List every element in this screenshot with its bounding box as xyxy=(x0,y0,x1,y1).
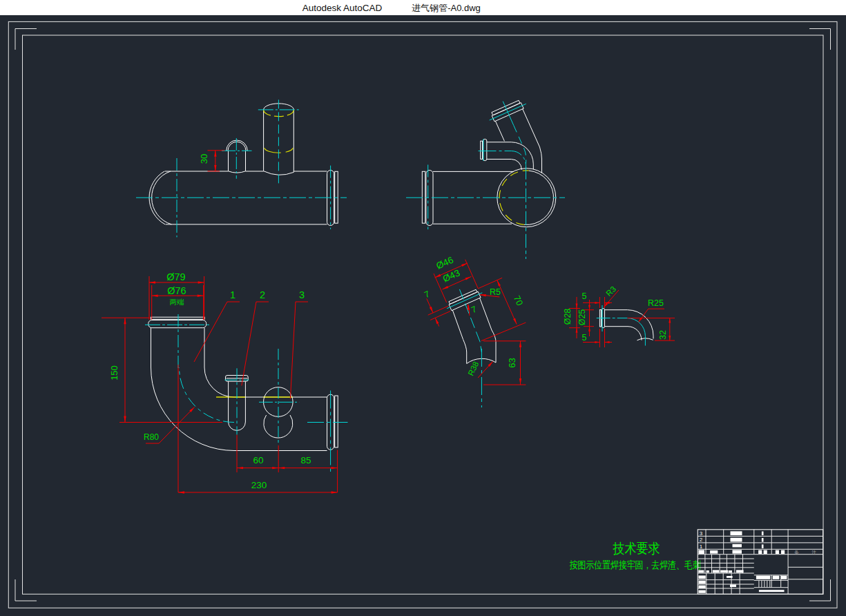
svg-text:2: 2 xyxy=(260,289,265,300)
svg-text:3: 3 xyxy=(299,289,305,300)
svg-text:30: 30 xyxy=(199,154,209,164)
svg-text:3: 3 xyxy=(700,530,703,537)
svg-text:R5: R5 xyxy=(490,287,501,297)
svg-text:备: 备 xyxy=(794,550,799,555)
svg-text:85: 85 xyxy=(300,455,311,465)
svg-text:R80: R80 xyxy=(144,432,159,442)
svg-text:150: 150 xyxy=(109,365,119,381)
svg-text:32: 32 xyxy=(658,330,668,340)
svg-text:Ø79: Ø79 xyxy=(166,271,185,282)
svg-text:技术要求: 技术要求 xyxy=(613,541,660,556)
svg-text:进气钢管-A0.dwg: 进气钢管-A0.dwg xyxy=(412,3,481,13)
svg-text:注: 注 xyxy=(811,550,816,555)
svg-text:63: 63 xyxy=(507,358,517,367)
svg-text:230: 230 xyxy=(251,480,267,490)
svg-text:60: 60 xyxy=(253,455,263,465)
svg-text:Ø28: Ø28 xyxy=(563,309,573,325)
svg-text:5: 5 xyxy=(582,333,587,343)
svg-text:R25: R25 xyxy=(648,298,664,308)
svg-text:Autodesk AutoCAD: Autodesk AutoCAD xyxy=(302,3,383,13)
svg-text:5: 5 xyxy=(582,291,587,301)
svg-text:两端: 两端 xyxy=(170,298,185,306)
svg-text:2: 2 xyxy=(700,537,703,543)
svg-text:1: 1 xyxy=(700,543,703,550)
svg-text:1: 1 xyxy=(230,289,235,300)
svg-text:Ø25: Ø25 xyxy=(577,309,587,326)
svg-text:按图示位置焊接牢固，去焊渣、毛刺: 按图示位置焊接牢固，去焊渣、毛刺 xyxy=(570,559,701,570)
svg-text:Ø76: Ø76 xyxy=(167,285,186,296)
